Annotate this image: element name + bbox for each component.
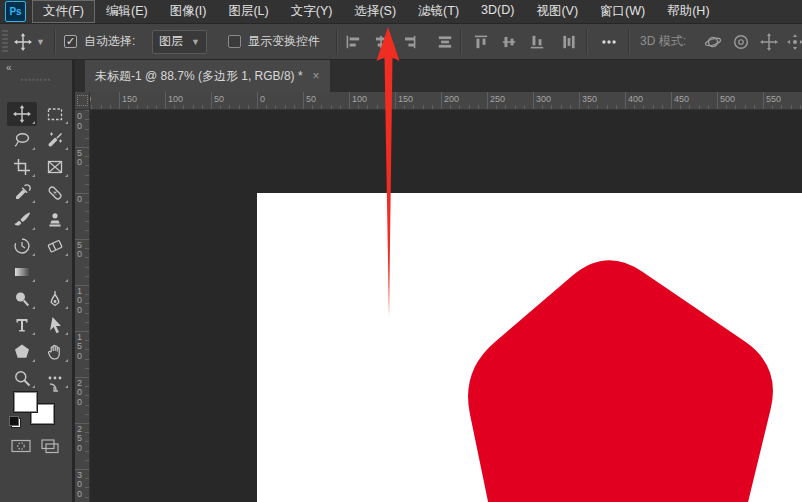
- crop-tool[interactable]: [7, 155, 37, 179]
- ruler-tick: [745, 105, 746, 109]
- ruler-tick: [211, 92, 212, 109]
- ruler-tick: [220, 105, 221, 109]
- align-middle-icon[interactable]: [500, 33, 518, 51]
- swap-colors-icon[interactable]: [44, 380, 60, 396]
- lasso-tool[interactable]: [7, 128, 37, 152]
- align-left-icon[interactable]: [344, 33, 362, 51]
- pen-tool[interactable]: [40, 287, 70, 311]
- ruler-tick: [653, 105, 654, 109]
- auto-select-target-dropdown[interactable]: 图层 ▼: [152, 30, 207, 54]
- show-transform-checkbox[interactable]: ✓: [228, 35, 241, 48]
- ruler-tick: [156, 105, 157, 109]
- foreground-color-swatch[interactable]: [13, 391, 38, 413]
- panel-grip-handle[interactable]: ▪▪▪▪▪▪▪▪: [0, 75, 72, 83]
- ruler-tick: [321, 105, 322, 109]
- ruler-tick: [395, 92, 396, 109]
- healing-brush-tool[interactable]: [40, 181, 70, 205]
- menu-item-4[interactable]: 文字(Y): [281, 1, 343, 22]
- ruler-tick: [303, 92, 304, 109]
- menu-item-10[interactable]: 帮助(H): [657, 1, 719, 22]
- hand-tool[interactable]: [40, 340, 70, 364]
- ruler-tick: [193, 105, 194, 109]
- ruler-tick: [85, 138, 89, 139]
- ruler-label: 150: [122, 94, 137, 104]
- eraser-tool[interactable]: [40, 234, 70, 258]
- menu-item-6[interactable]: 滤镜(T): [408, 1, 469, 22]
- ruler-tick: [533, 92, 534, 109]
- ruler-tick: [689, 105, 690, 109]
- ruler-tick: [570, 105, 571, 109]
- ruler-tick: [85, 478, 89, 479]
- ruler-tick: [763, 92, 764, 109]
- zoom-tool[interactable]: [7, 366, 37, 390]
- menu-item-8[interactable]: 视图(V): [526, 1, 588, 22]
- more-options-icon[interactable]: [600, 33, 618, 51]
- align-center-horizontal-icon[interactable]: [372, 33, 390, 51]
- menu-item-2[interactable]: 图像(I): [160, 1, 217, 22]
- default-colors-icon[interactable]: [9, 416, 19, 426]
- document-tab[interactable]: 未标题-1 @ 88.7% (多边形 1, RGB/8) * ×: [85, 60, 330, 92]
- align-bottom-icon[interactable]: [528, 33, 546, 51]
- canvas-workspace[interactable]: Bai du 经验 jingyan.baidu.com: [90, 110, 802, 502]
- menu-item-7[interactable]: 3D(D): [471, 1, 524, 22]
- options-grip-handle[interactable]: [2, 30, 8, 53]
- vertical-ruler[interactable]: 1 0 05 005 01 0 01 5 02 0 02 5 03 0 0: [75, 110, 90, 502]
- ruler-tick: [147, 105, 148, 109]
- clone-stamp-tool[interactable]: [40, 208, 70, 232]
- ruler-label: 350: [582, 94, 597, 104]
- screen-mode-button[interactable]: [40, 438, 60, 454]
- quick-selection-tool[interactable]: [40, 128, 70, 152]
- type-tool[interactable]: [7, 313, 37, 337]
- path-selection-tool[interactable]: [40, 313, 70, 337]
- ruler-tick: [791, 105, 792, 109]
- align-top-icon[interactable]: [472, 33, 490, 51]
- ruler-tick: [85, 405, 89, 406]
- menu-item-5[interactable]: 选择(S): [344, 1, 406, 22]
- shape-tool[interactable]: [7, 340, 37, 364]
- ruler-tick: [85, 248, 89, 249]
- gradient-tool[interactable]: [7, 260, 37, 284]
- roll-3d-icon[interactable]: [732, 33, 750, 51]
- menu-item-3[interactable]: 图层(L): [218, 1, 278, 22]
- auto-select-checkbox[interactable]: ✓: [64, 35, 77, 48]
- ruler-tick: [441, 92, 442, 109]
- ruler-tick: [662, 105, 663, 109]
- close-tab-icon[interactable]: ×: [313, 69, 320, 83]
- align-right-icon[interactable]: [400, 33, 418, 51]
- distribute-horizontal-centers-icon[interactable]: [436, 33, 454, 51]
- ruler-label: 550: [766, 94, 781, 104]
- ruler-tick: [85, 165, 89, 166]
- move-tool[interactable]: [7, 102, 37, 126]
- ruler-tick: [349, 92, 350, 109]
- eyedropper-tool[interactable]: [7, 181, 37, 205]
- brush-tool[interactable]: [7, 208, 37, 232]
- ruler-tick: [85, 349, 89, 350]
- ruler-origin-corner[interactable]: [75, 92, 90, 110]
- ruler-tick: [607, 105, 608, 109]
- rectangular-marquee-tool[interactable]: [40, 102, 70, 126]
- horizontal-ruler[interactable]: 2001501005005010015020025030035040045050…: [90, 92, 802, 110]
- ruler-tick: [726, 105, 727, 109]
- ruler-tick: [367, 105, 368, 109]
- auto-select-label: 自动选择:: [84, 33, 135, 50]
- quick-mask-button[interactable]: [11, 438, 31, 454]
- blur-tool[interactable]: [40, 260, 70, 284]
- menu-item-9[interactable]: 窗口(W): [590, 1, 655, 22]
- ruler-tick: [340, 105, 341, 109]
- collapse-panel-button[interactable]: «: [6, 62, 12, 73]
- ruler-tick: [275, 105, 276, 109]
- show-transform-label: 显示变换控件: [248, 33, 320, 50]
- dodge-tool[interactable]: [7, 287, 37, 311]
- ruler-tick: [478, 105, 479, 109]
- ruler-label: 300: [536, 94, 551, 104]
- slide-3d-icon[interactable]: [786, 33, 802, 51]
- menu-item-0[interactable]: 文件(F): [33, 1, 94, 22]
- pan-3d-icon[interactable]: [760, 33, 778, 51]
- frame-tool[interactable]: [40, 155, 70, 179]
- history-brush-tool[interactable]: [7, 234, 37, 258]
- menu-item-1[interactable]: 编辑(E): [96, 1, 158, 22]
- orbit-3d-icon[interactable]: [704, 33, 722, 51]
- ruler-tick: [423, 105, 424, 109]
- distribute-vertical-centers-icon[interactable]: [560, 33, 578, 51]
- tool-preset[interactable]: ▼: [14, 24, 45, 59]
